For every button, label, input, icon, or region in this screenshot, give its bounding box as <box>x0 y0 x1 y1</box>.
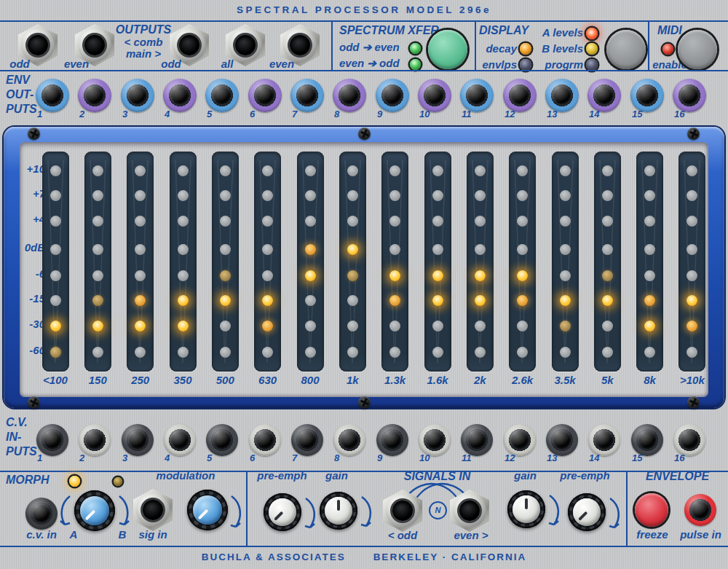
meter-led <box>432 295 443 306</box>
cv-input-number: 14 <box>589 453 614 463</box>
band-slot-graphic <box>636 152 663 372</box>
pre-emph-right-label: pre-emph <box>554 470 616 482</box>
env-output-jack-1[interactable] <box>36 79 69 112</box>
db-label: +10 <box>15 163 45 176</box>
cv-input-jack-16[interactable] <box>673 424 705 456</box>
env-output-number: 14 <box>589 109 614 119</box>
display-a-levels-label: A levels <box>532 27 583 39</box>
cv-inputs-label-2: IN- <box>6 431 21 444</box>
env-output-jack-15[interactable] <box>630 79 664 112</box>
cv-inputs-label-3: PUTS <box>6 445 37 458</box>
cv-input-jack-3[interactable] <box>122 424 154 456</box>
meter-led <box>135 295 146 306</box>
modulation-knob[interactable] <box>187 490 228 530</box>
meter-led <box>644 165 655 176</box>
meter-led <box>687 321 697 331</box>
env-output-jack-10[interactable] <box>418 79 451 112</box>
env-output-jack-11[interactable] <box>460 79 494 112</box>
cv-input-jack-9[interactable] <box>376 424 408 456</box>
meter-led <box>178 165 189 176</box>
cv-input-jack-11[interactable] <box>461 424 493 456</box>
meter-led <box>347 295 358 306</box>
band-freq-label: 5k <box>586 374 628 387</box>
meter-led <box>262 244 273 255</box>
meter-led <box>432 321 443 331</box>
pre-emph-left-knob[interactable] <box>264 493 301 531</box>
band-slot-graphic <box>509 152 536 372</box>
meter-led <box>220 165 231 176</box>
outputs-title: OUTPUTS <box>107 23 180 36</box>
output-jack-label: odd <box>0 58 41 71</box>
divider <box>331 22 333 70</box>
env-output-jack-3[interactable] <box>121 79 154 112</box>
band-freq-label: <100 <box>34 374 76 387</box>
env-output-jack-7[interactable] <box>290 79 324 112</box>
morph-b-led <box>114 477 122 486</box>
cv-input-jack-8[interactable] <box>333 424 365 456</box>
meter-led <box>305 270 316 281</box>
cv-input-jack-10[interactable] <box>419 424 451 456</box>
meter-led <box>475 165 486 176</box>
env-output-jack-6[interactable] <box>248 79 282 112</box>
cv-input-jack-15[interactable] <box>631 424 663 456</box>
display-progrm-led <box>586 59 598 71</box>
midi-button[interactable] <box>678 30 717 69</box>
env-output-jack-8[interactable] <box>333 79 366 112</box>
gain-right-knob[interactable] <box>507 490 545 528</box>
cv-input-jack-6[interactable] <box>249 424 281 456</box>
cv-input-jack-4[interactable] <box>164 424 196 456</box>
meter-led <box>178 347 189 358</box>
envelope-freeze-button[interactable] <box>635 493 668 527</box>
meter-led <box>262 216 273 227</box>
meter-led <box>687 295 697 306</box>
morph-sig-in-jack[interactable] <box>133 489 173 531</box>
meter-led <box>178 321 189 331</box>
spectrum-xfer-even-odd-label: even ➔ odd <box>339 58 400 70</box>
cv-input-jack-7[interactable] <box>291 424 323 456</box>
meter-led <box>517 347 528 358</box>
env-output-jack-13[interactable] <box>545 79 579 112</box>
jack-hole <box>143 500 163 520</box>
meter-led <box>517 165 528 176</box>
pre-emph-right-knob[interactable] <box>568 493 606 531</box>
meter-led <box>389 270 400 281</box>
spectrum-xfer-button[interactable] <box>428 30 467 69</box>
env-output-jack-5[interactable] <box>205 79 239 112</box>
morph-cv-in-jack[interactable] <box>25 498 58 530</box>
panel: SPECTRAL PROCESSOR MODEL 296e OUTPUTS < … <box>0 0 728 569</box>
cv-input-jack-1[interactable] <box>36 424 68 456</box>
env-output-jack-14[interactable] <box>587 79 621 112</box>
meter-led <box>347 165 358 176</box>
meter-led <box>687 270 697 281</box>
screw-icon <box>358 396 371 409</box>
meter-band-350 <box>170 152 197 372</box>
band-freq-label: 500 <box>204 374 246 387</box>
cv-input-number: 3 <box>122 453 147 463</box>
env-output-jack-2[interactable] <box>78 79 111 112</box>
gain-left-knob[interactable] <box>320 492 357 530</box>
env-output-jack-9[interactable] <box>376 79 409 112</box>
cv-input-jack-2[interactable] <box>79 424 111 456</box>
band-freq-label: 2.6k <box>502 374 544 387</box>
meter-led <box>602 244 613 255</box>
band-freq-label: 1.3k <box>374 374 416 387</box>
env-output-jack-12[interactable] <box>503 79 537 112</box>
display-button[interactable] <box>606 30 646 69</box>
output-jack-label: odd <box>149 58 193 71</box>
meter-led <box>262 321 273 331</box>
morph-title: MORPH <box>6 474 50 487</box>
meter-led <box>389 347 400 358</box>
cv-input-jack-13[interactable] <box>546 424 578 456</box>
cv-input-jack-14[interactable] <box>588 424 620 456</box>
meter-led <box>305 244 316 255</box>
meter-led <box>475 244 486 255</box>
db-label: 0dB <box>15 242 45 254</box>
cv-input-jack-5[interactable] <box>206 424 238 456</box>
envelope-pulse-in-jack[interactable] <box>684 494 716 526</box>
meter-led <box>305 165 316 176</box>
morph-knob[interactable] <box>74 490 115 531</box>
env-output-jack-4[interactable] <box>163 79 197 112</box>
cv-input-jack-12[interactable] <box>504 424 536 456</box>
env-output-jack-16[interactable] <box>673 79 706 112</box>
meter-led <box>305 190 316 201</box>
